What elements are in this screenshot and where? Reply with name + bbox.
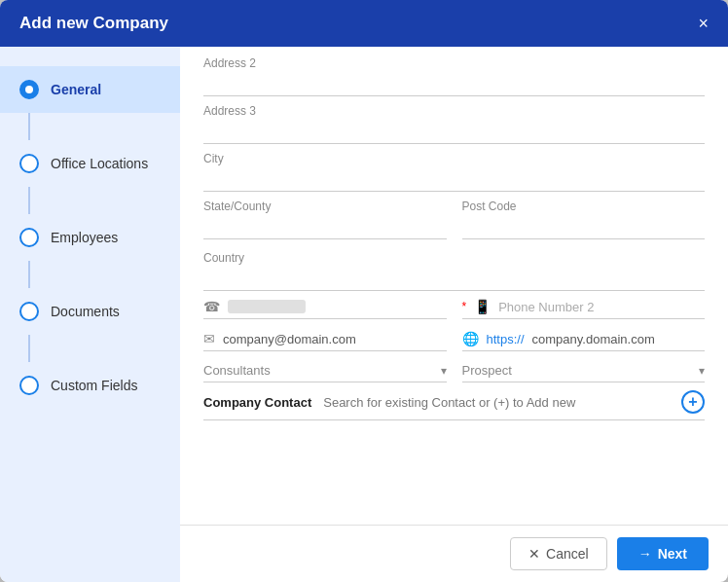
- sidebar-label-custom: Custom Fields: [51, 378, 137, 393]
- city-input[interactable]: [203, 167, 705, 187]
- address2-input[interactable]: [203, 72, 705, 91]
- step-circle-general: [19, 80, 39, 99]
- close-button[interactable]: ×: [698, 15, 709, 32]
- sidebar-label-office: Office Locations: [51, 156, 148, 171]
- sidebar-item-general[interactable]: General: [0, 66, 180, 113]
- modal-footer: ✕ Cancel → Next: [180, 525, 728, 582]
- prospect-label: Prospect: [462, 363, 512, 378]
- phone1-blurred-value: [228, 300, 306, 313]
- email-icon: ✉: [203, 331, 215, 346]
- modal-header: Add new Company ×: [0, 0, 728, 47]
- connector-4: [28, 335, 30, 362]
- mobile-icon: 📱: [474, 299, 491, 314]
- email-website-row: ✉ 🌐 https://: [203, 331, 705, 359]
- step-circle-employees: [19, 228, 39, 247]
- step-circle-documents: [19, 302, 39, 321]
- country-field: Country: [203, 251, 705, 291]
- company-contact-label: Company Contact: [203, 395, 311, 410]
- sidebar: General Office Locations Employees Docum…: [0, 47, 180, 582]
- website-field: 🌐 https://: [462, 331, 706, 351]
- cancel-label: Cancel: [546, 546, 589, 562]
- postcode-input[interactable]: [462, 215, 706, 235]
- required-indicator: *: [462, 300, 467, 313]
- dropdowns-row: Consultants ▾ Prospect ▾: [203, 363, 705, 382]
- phone2-field: * 📱 Phone Number 2: [462, 299, 706, 319]
- prospect-arrow-icon: ▾: [699, 364, 705, 378]
- company-contact-row: Company Contact +: [203, 390, 705, 420]
- step-circle-office: [19, 154, 39, 173]
- country-input[interactable]: [203, 267, 705, 286]
- sidebar-item-custom-fields[interactable]: Custom Fields: [0, 362, 180, 409]
- add-contact-button[interactable]: +: [681, 390, 705, 414]
- consultants-dropdown[interactable]: Consultants ▾: [203, 363, 447, 382]
- state-input[interactable]: [203, 215, 447, 235]
- prospect-dropdown[interactable]: Prospect ▾: [462, 363, 706, 382]
- sidebar-item-documents[interactable]: Documents: [0, 288, 180, 335]
- postcode-field: Post Code: [462, 200, 706, 239]
- globe-icon: 🌐: [462, 331, 479, 346]
- connector-3: [28, 261, 30, 288]
- address3-input[interactable]: [203, 120, 705, 139]
- postcode-label: Post Code: [462, 200, 706, 213]
- cancel-x-icon: ✕: [528, 546, 540, 562]
- next-arrow-icon: →: [638, 546, 652, 562]
- website-input[interactable]: [532, 332, 705, 346]
- connector-1: [28, 113, 30, 140]
- sidebar-label-documents: Documents: [51, 304, 120, 319]
- email-input[interactable]: [223, 332, 447, 346]
- state-label: State/County: [203, 200, 447, 213]
- phone2-placeholder: Phone Number 2: [498, 300, 705, 314]
- address2-field: Address 2: [203, 56, 705, 96]
- sidebar-item-employees[interactable]: Employees: [0, 214, 180, 261]
- city-field: City: [203, 152, 705, 192]
- sidebar-item-office-locations[interactable]: Office Locations: [0, 140, 180, 187]
- main-content: Address 2 Address 3 City State/County: [180, 47, 728, 582]
- phone-row: ☎ * 📱 Phone Number 2: [203, 299, 705, 327]
- address3-field: Address 3: [203, 104, 705, 144]
- phone1-input-area: [228, 300, 447, 313]
- country-label: Country: [203, 251, 705, 265]
- form-scroll-area: Address 2 Address 3 City State/County: [180, 47, 728, 525]
- phone2-input-area: Phone Number 2: [498, 300, 705, 314]
- phone1-field: ☎: [203, 299, 447, 319]
- cancel-button[interactable]: ✕ Cancel: [510, 537, 607, 570]
- connector-2: [28, 187, 30, 214]
- phone-icon: ☎: [203, 299, 220, 314]
- email-field: ✉: [203, 331, 447, 351]
- step-circle-custom: [19, 376, 39, 395]
- address2-label: Address 2: [203, 56, 705, 70]
- city-label: City: [203, 152, 705, 165]
- modal-title: Add new Company: [19, 14, 168, 33]
- add-company-modal: Add new Company × General Office Locatio…: [0, 0, 728, 582]
- email-input-area: [223, 332, 447, 346]
- next-label: Next: [658, 546, 687, 562]
- next-button[interactable]: → Next: [617, 537, 709, 570]
- https-prefix: https://: [487, 332, 525, 346]
- consultants-label: Consultants: [203, 363, 271, 378]
- website-input-area: [532, 332, 705, 346]
- state-postcode-row: State/County Post Code: [203, 200, 705, 247]
- company-contact-search-input[interactable]: [323, 395, 670, 410]
- state-field: State/County: [203, 200, 447, 239]
- sidebar-label-general: General: [51, 82, 101, 97]
- sidebar-label-employees: Employees: [51, 230, 118, 245]
- modal-body: General Office Locations Employees Docum…: [0, 47, 728, 582]
- consultants-arrow-icon: ▾: [441, 364, 447, 378]
- address3-label: Address 3: [203, 104, 705, 118]
